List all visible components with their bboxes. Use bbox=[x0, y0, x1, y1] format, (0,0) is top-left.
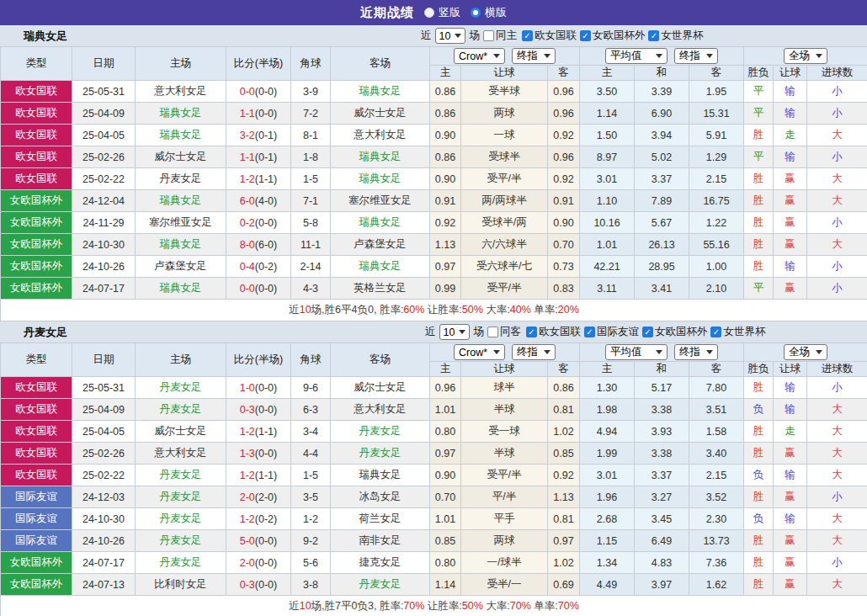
avg-away-odds: 7.80 bbox=[689, 377, 744, 399]
summary-value: 60% bbox=[403, 304, 424, 316]
corner-score: 5-6 bbox=[291, 552, 331, 574]
col-header-type: 类型 bbox=[1, 343, 72, 377]
handicap-outcome: 输 bbox=[774, 399, 807, 421]
layout-radio-vertical[interactable]: 竖版 bbox=[424, 5, 460, 20]
match-count-select[interactable]: 10 bbox=[435, 28, 466, 44]
odds-kind-select[interactable]: 终指 bbox=[512, 344, 556, 360]
league-filter-checkbox[interactable]: 女世界杯 bbox=[648, 29, 703, 43]
chevron-down-icon bbox=[816, 350, 822, 354]
subcol-handicap-result: 让球 bbox=[774, 362, 807, 377]
home-odds: 1.14 bbox=[430, 574, 461, 596]
same-venue-checkbox[interactable]: 同主 bbox=[483, 29, 517, 43]
scope-select[interactable]: 全场 bbox=[784, 344, 827, 360]
handicap-outcome: 走 bbox=[774, 125, 807, 146]
checkbox-icon[interactable] bbox=[710, 327, 721, 337]
half-time-score: (1-1) bbox=[255, 426, 277, 438]
checkbox-icon[interactable] bbox=[483, 30, 494, 41]
final-score: 1-2 bbox=[240, 513, 255, 525]
away-team: 冰岛女足 bbox=[331, 486, 430, 508]
home-odds: 0.97 bbox=[430, 443, 461, 465]
home-odds: 0.85 bbox=[430, 530, 461, 552]
league-filter-checkbox[interactable]: 女欧国杯外 bbox=[580, 29, 646, 43]
subcol-home-odds: 主 bbox=[430, 362, 461, 377]
score-cell: 0-0(0-0) bbox=[226, 278, 291, 300]
chevron-down-icon bbox=[544, 350, 551, 354]
handicap-line: 半球 bbox=[461, 399, 548, 421]
checkbox-label: 女世界杯 bbox=[723, 325, 765, 339]
league-filter-checkbox[interactable]: 女欧国杯外 bbox=[642, 325, 708, 339]
league-filter-checkbox[interactable]: 欧女国联 bbox=[526, 325, 581, 339]
bookmaker-select[interactable]: Crow* bbox=[454, 48, 505, 64]
match-count-select[interactable]: 10 bbox=[439, 324, 471, 340]
avg-home-odds: 2.68 bbox=[580, 508, 635, 530]
match-outcome: 胜 bbox=[744, 443, 774, 465]
avg-away-odds: 2.15 bbox=[689, 465, 744, 486]
average-select[interactable]: 平均值 bbox=[605, 344, 668, 360]
avg-home-odds: 10.16 bbox=[580, 212, 635, 234]
half-time-score: (2-0) bbox=[255, 491, 277, 503]
half-time-score: (0-0) bbox=[255, 448, 277, 459]
away-team: 丹麦女足 bbox=[331, 421, 430, 443]
average-select[interactable]: 平均值 bbox=[605, 48, 668, 64]
avg-away-odds: 1.95 bbox=[689, 81, 744, 103]
half-time-score: (0-0) bbox=[255, 217, 277, 229]
home-team: 丹麦女足 bbox=[136, 552, 226, 574]
odds-kind-select[interactable]: 终指 bbox=[512, 48, 556, 64]
final-score: 1-2 bbox=[240, 426, 255, 438]
checkbox-icon[interactable] bbox=[487, 327, 498, 337]
subcol-result: 胜负 bbox=[744, 66, 774, 81]
subcol-home-odds: 主 bbox=[430, 66, 461, 81]
match-outcome: 负 bbox=[744, 508, 774, 530]
checkbox-icon[interactable] bbox=[522, 30, 533, 41]
scope-select[interactable]: 全场 bbox=[784, 48, 827, 64]
checkbox-icon[interactable] bbox=[648, 30, 659, 41]
away-team: 丹麦女足 bbox=[331, 574, 430, 596]
match-type-badge: 女欧国杯外 bbox=[1, 574, 72, 596]
handicap-line: 受球半 bbox=[461, 146, 548, 168]
away-team: 瑞典女足 bbox=[331, 212, 430, 234]
bookmaker-select[interactable]: Crow* bbox=[454, 344, 505, 360]
radio-icon[interactable] bbox=[424, 8, 434, 18]
handicap-line: 受球半/两 bbox=[461, 212, 548, 234]
chevron-down-icon bbox=[706, 54, 713, 58]
match-date: 25-04-09 bbox=[72, 103, 136, 125]
col-header-score: 比分(半场) bbox=[226, 47, 291, 81]
home-team: 瑞典女足 bbox=[136, 278, 226, 300]
goals-outcome: 大 bbox=[807, 125, 867, 146]
half-time-score: (6-0) bbox=[255, 239, 277, 251]
away-team: 意大利女足 bbox=[331, 399, 430, 421]
league-checkbox-group: 欧女国联 国际友谊 女欧国杯外 女世界杯 bbox=[526, 325, 768, 339]
average-kind-select[interactable]: 终指 bbox=[674, 344, 718, 360]
away-team: 捷克女足 bbox=[331, 552, 430, 574]
final-score: 3-2 bbox=[240, 130, 255, 141]
summary-text: 场,胜7平0负3, 胜率: bbox=[311, 600, 404, 612]
average-kind-select[interactable]: 终指 bbox=[674, 48, 718, 64]
avg-away-odds: 5.91 bbox=[689, 125, 744, 146]
layout-radio-horizontal[interactable]: 横版 bbox=[471, 5, 507, 20]
odds-kind-value: 终指 bbox=[517, 345, 538, 359]
avg-away-odds: 16.75 bbox=[689, 190, 744, 212]
match-type-badge: 女欧国杯外 bbox=[1, 256, 72, 278]
avg-home-odds: 1.98 bbox=[580, 399, 635, 421]
league-checkbox-group: 欧女国联 女欧国杯外 女世界杯 bbox=[522, 29, 705, 43]
handicap-line: 受平/半 bbox=[461, 168, 548, 190]
final-score: 5-0 bbox=[240, 535, 255, 547]
away-team: 丹麦女足 bbox=[331, 443, 430, 465]
goals-outcome: 大 bbox=[807, 234, 867, 256]
away-team: 瑞典女足 bbox=[331, 81, 430, 103]
checkbox-icon[interactable] bbox=[526, 327, 537, 337]
away-team: 卢森堡女足 bbox=[331, 234, 430, 256]
checkbox-icon[interactable] bbox=[584, 327, 595, 337]
league-filter-checkbox[interactable]: 国际友谊 bbox=[584, 325, 639, 339]
home-team: 比利时女足 bbox=[136, 574, 226, 596]
league-filter-checkbox[interactable]: 女世界杯 bbox=[710, 325, 765, 339]
half-time-score: (0-0) bbox=[255, 557, 277, 569]
goals-outcome: 大 bbox=[807, 465, 867, 486]
match-type-badge: 国际友谊 bbox=[1, 486, 72, 508]
checkbox-icon[interactable] bbox=[580, 30, 591, 41]
same-venue-checkbox[interactable]: 同客 bbox=[487, 325, 521, 339]
checkbox-icon[interactable] bbox=[642, 327, 653, 337]
handicap-outcome: 赢 bbox=[774, 574, 807, 596]
radio-icon[interactable] bbox=[471, 8, 481, 18]
league-filter-checkbox[interactable]: 欧女国联 bbox=[522, 29, 577, 43]
